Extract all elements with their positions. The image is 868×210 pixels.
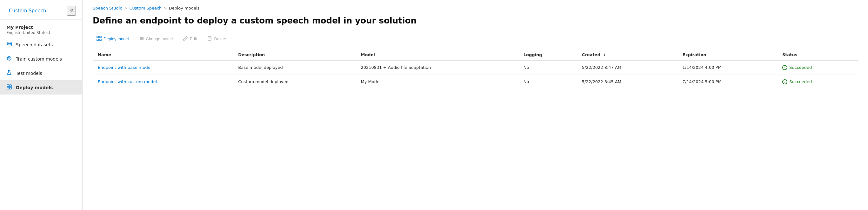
sidebar-item-deploy-models[interactable]: Deploy models bbox=[0, 80, 82, 95]
table-header-row: Name Description Model Logging Created ↓ bbox=[93, 49, 858, 61]
cell-name-2: Endpoint with custom model bbox=[93, 75, 233, 89]
change-model-button[interactable]: Change model bbox=[135, 34, 177, 44]
col-description[interactable]: Description bbox=[233, 49, 355, 61]
main-content: Speech Studio > Custom Speech > Deploy m… bbox=[83, 0, 868, 210]
cell-expiration-1: 1/14/2024 4:00 PM bbox=[678, 60, 777, 75]
svg-point-3 bbox=[7, 42, 11, 44]
sidebar-item-test-models[interactable]: Test models bbox=[0, 66, 82, 80]
sidebar-item-label: Test models bbox=[16, 71, 42, 76]
breadcrumb-sep-1: > bbox=[124, 6, 127, 10]
col-created[interactable]: Created ↓ bbox=[577, 49, 678, 61]
deploy-icon bbox=[6, 84, 12, 91]
delete-icon bbox=[207, 36, 212, 42]
cell-name: Endpoint with base model bbox=[93, 60, 233, 75]
svg-rect-18 bbox=[208, 37, 211, 40]
sidebar-header: Custom Speech bbox=[0, 0, 82, 20]
endpoints-table: Name Description Model Logging Created ↓ bbox=[93, 49, 858, 89]
cell-expiration-2: 7/14/2024 5:00 PM bbox=[678, 75, 777, 89]
breadcrumb-speech-studio[interactable]: Speech Studio bbox=[93, 6, 122, 10]
status-label-1: Succeeded bbox=[789, 65, 812, 70]
project-section: My Project English (United States) bbox=[0, 20, 82, 37]
delete-button[interactable]: Delete bbox=[203, 34, 230, 44]
svg-rect-14 bbox=[100, 39, 101, 41]
collapse-button[interactable] bbox=[67, 6, 76, 15]
svg-rect-12 bbox=[100, 36, 101, 38]
deploy-model-label: Deploy model bbox=[103, 36, 129, 41]
col-model[interactable]: Model bbox=[355, 49, 518, 61]
col-name[interactable]: Name bbox=[93, 49, 233, 61]
status-label-2: Succeeded bbox=[789, 79, 812, 84]
svg-rect-9 bbox=[7, 87, 9, 89]
col-logging[interactable]: Logging bbox=[519, 49, 577, 61]
svg-rect-8 bbox=[9, 85, 11, 86]
deploy-model-icon bbox=[96, 36, 102, 42]
endpoint-link-2[interactable]: Endpoint with custom model bbox=[98, 79, 157, 84]
flask-icon bbox=[6, 70, 12, 76]
cell-model-1: 20210831 + Audio file adaptation bbox=[355, 60, 518, 75]
endpoint-link-1[interactable]: Endpoint with base model bbox=[98, 65, 151, 70]
sidebar-item-label: Train custom models bbox=[16, 57, 62, 62]
sidebar-item-label: Speech datasets bbox=[16, 42, 53, 47]
project-language: English (United States) bbox=[6, 30, 76, 35]
sidebar-item-label: Deploy models bbox=[16, 85, 53, 90]
sort-icon: ↓ bbox=[603, 53, 606, 57]
cell-description-1: Base model deployed bbox=[233, 60, 355, 75]
page-title: Define an endpoint to deploy a custom sp… bbox=[93, 15, 858, 26]
table-row: Endpoint with base model Base model depl… bbox=[93, 60, 858, 75]
col-expiration[interactable]: Expiration bbox=[678, 49, 777, 61]
table-row: Endpoint with custom model Custom model … bbox=[93, 75, 858, 89]
cell-model-2: My Model bbox=[355, 75, 518, 89]
project-title: My Project bbox=[6, 25, 76, 30]
edit-button[interactable]: Edit bbox=[179, 34, 200, 44]
deploy-model-button[interactable]: Deploy model bbox=[93, 34, 133, 44]
cell-logging-1: No bbox=[519, 60, 577, 75]
breadcrumb-sep-2: > bbox=[163, 6, 167, 10]
cell-created-1: 5/22/2022 8:47 AM bbox=[577, 60, 678, 75]
brain-icon bbox=[6, 56, 12, 62]
status-badge-2: Succeeded bbox=[782, 79, 853, 84]
breadcrumb-custom-speech[interactable]: Custom Speech bbox=[129, 6, 162, 10]
cell-logging-2: No bbox=[519, 75, 577, 89]
sidebar-title: Custom Speech bbox=[6, 8, 46, 14]
breadcrumb: Speech Studio > Custom Speech > Deploy m… bbox=[93, 0, 858, 15]
sidebar-app-title-label: Custom Speech bbox=[9, 8, 46, 14]
sidebar: Custom Speech My Project English (United… bbox=[0, 0, 83, 210]
edit-label: Edit bbox=[190, 36, 197, 41]
change-model-label: Change model bbox=[146, 36, 173, 41]
cell-status-2: Succeeded bbox=[777, 75, 858, 89]
endpoints-table-container: Name Description Model Logging Created ↓ bbox=[93, 49, 858, 89]
cell-status-1: Succeeded bbox=[777, 60, 858, 75]
col-status[interactable]: Status bbox=[777, 49, 858, 61]
status-circle-icon-2 bbox=[782, 79, 787, 84]
sidebar-nav: Speech datasets Train custom models bbox=[0, 37, 82, 210]
svg-rect-13 bbox=[97, 39, 98, 41]
delete-label: Delete bbox=[214, 36, 226, 41]
cell-description-2: Custom model deployed bbox=[233, 75, 355, 89]
toolbar: Deploy model Change model Edit bbox=[93, 34, 858, 44]
status-badge-1: Succeeded bbox=[782, 65, 853, 70]
sidebar-item-speech-datasets[interactable]: Speech datasets bbox=[0, 37, 82, 52]
database-icon bbox=[6, 41, 12, 48]
sidebar-item-train-custom-models[interactable]: Train custom models bbox=[0, 52, 82, 66]
cell-created-2: 5/22/2022 8:45 AM bbox=[577, 75, 678, 89]
breadcrumb-current: Deploy models bbox=[168, 6, 199, 10]
svg-rect-10 bbox=[9, 87, 11, 89]
svg-rect-11 bbox=[97, 36, 98, 38]
status-circle-icon-1 bbox=[782, 65, 787, 70]
change-model-icon bbox=[139, 36, 144, 42]
edit-icon bbox=[183, 36, 188, 42]
svg-rect-7 bbox=[7, 85, 9, 86]
